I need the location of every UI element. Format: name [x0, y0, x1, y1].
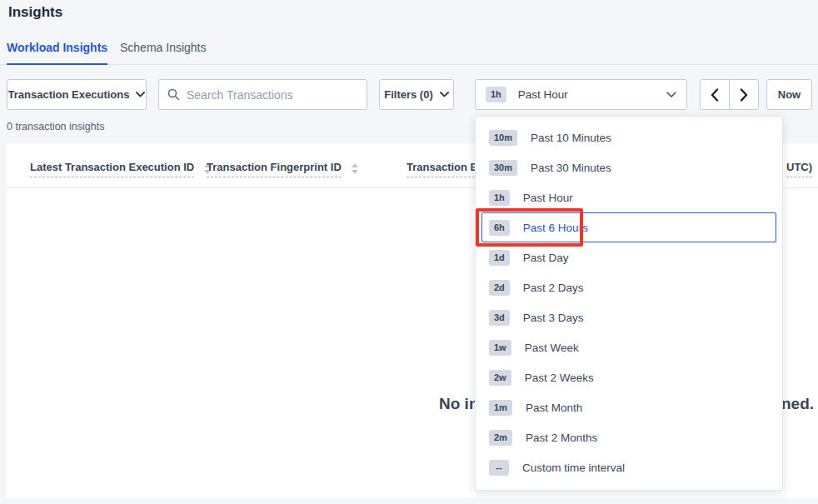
time-interval-label: Past Hour	[518, 88, 568, 101]
time-option-past-10-minutes[interactable]: 10m Past 10 Minutes	[481, 122, 776, 152]
chevron-down-icon	[666, 92, 676, 98]
chevron-down-icon	[440, 92, 449, 97]
empty-state-text-left: No in	[439, 395, 479, 413]
now-label: Now	[778, 88, 801, 101]
time-option-past-2-weeks[interactable]: 2w Past 2 Weeks	[481, 362, 776, 392]
column-header-transaction-fingerprint-id[interactable]: Transaction Fingerprint ID	[207, 161, 358, 177]
column-header-start-time-utc[interactable]: UTC)	[786, 161, 812, 177]
time-option-past-week[interactable]: 1w Past Week	[481, 332, 776, 362]
time-option-past-2-days[interactable]: 2d Past 2 Days	[481, 272, 776, 302]
tab-bar: Workload Insights Schema Insights	[0, 37, 818, 65]
time-option-past-6-hours[interactable]: 6h Past 6 Hours	[481, 212, 776, 242]
time-interval-badge: 1h	[486, 87, 506, 102]
sort-icon[interactable]	[352, 163, 358, 174]
column-header-latest-transaction-execution-id[interactable]: Latest Transaction Execution ID	[30, 161, 211, 177]
search-box[interactable]	[158, 79, 367, 110]
time-option-past-2-months[interactable]: 2m Past 2 Months	[481, 422, 776, 452]
chevron-down-icon	[136, 92, 145, 97]
filters-button[interactable]: Filters (0)	[379, 79, 454, 110]
time-next-button[interactable]	[729, 79, 759, 110]
search-input[interactable]	[187, 88, 358, 102]
page-title: Insights	[8, 4, 62, 21]
time-interval-select[interactable]: 1h Past Hour	[475, 79, 687, 110]
insights-count: 0 transaction insights	[7, 121, 104, 132]
time-option-custom-time-interval[interactable]: -- Custom time interval	[481, 452, 776, 482]
now-button[interactable]: Now	[766, 79, 812, 110]
chevron-left-icon	[711, 88, 719, 102]
time-prev-button[interactable]	[700, 79, 730, 110]
search-icon	[167, 88, 180, 101]
workload-type-select[interactable]: Transaction Executions	[7, 79, 147, 110]
tab-workload-insights[interactable]: Workload Insights	[7, 41, 107, 65]
time-interval-dropdown: 10m Past 10 Minutes 30m Past 30 Minutes …	[475, 116, 783, 491]
time-option-past-3-days[interactable]: 3d Past 3 Days	[481, 302, 776, 332]
chevron-right-icon	[740, 88, 748, 102]
filters-label: Filters (0)	[384, 88, 433, 101]
time-option-past-day[interactable]: 1d Past Day	[481, 242, 776, 272]
time-option-past-30-minutes[interactable]: 30m Past 30 Minutes	[481, 152, 776, 182]
time-option-past-hour[interactable]: 1h Past Hour	[481, 182, 776, 212]
column-header-transaction-execution[interactable]: Transaction Ex	[407, 161, 483, 177]
workload-type-label: Transaction Executions	[8, 88, 130, 101]
time-option-past-month[interactable]: 1m Past Month	[481, 392, 776, 422]
empty-state-text-right: ned.	[781, 395, 814, 413]
tab-schema-insights[interactable]: Schema Insights	[120, 41, 207, 65]
